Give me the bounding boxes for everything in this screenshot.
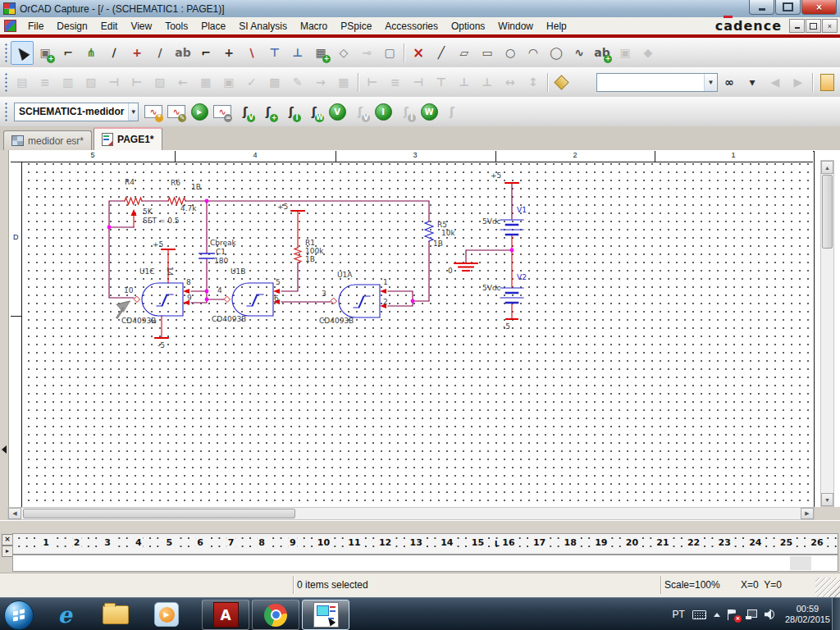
tab-page1[interactable]: PAGE1* [94, 127, 162, 150]
close-icon[interactable]: × [2, 534, 13, 546]
voltage-probe-icon[interactable]: ʃV [234, 100, 257, 124]
schematic-label[interactable]: 10 [124, 286, 133, 294]
schematic-label[interactable]: 7 [148, 319, 157, 324]
schematic-label[interactable]: V1 [517, 206, 527, 214]
simulation-profile-combobox[interactable]: SCHEMATIC1-medidor ▼ [14, 103, 139, 121]
tab-medidor-esr[interactable]: medidor esr* [3, 130, 92, 150]
schematic-canvas[interactable]: 54321 D [0, 150, 840, 507]
view-simulation-results-icon[interactable]: ∿∞ [211, 100, 234, 124]
vertical-scroll-thumb[interactable] [822, 175, 833, 249]
place-ground-icon[interactable]: ⊥ [286, 41, 309, 65]
horizontal-scrollbar[interactable]: ◀ ▶ [7, 507, 815, 520]
scroll-left-button[interactable]: ◀ [8, 508, 21, 519]
keyboard-icon[interactable] [692, 610, 706, 619]
place-netgroup-icon[interactable]: ⋔ [80, 41, 103, 65]
find-binoculars-icon[interactable]: ∞ [718, 71, 741, 94]
run-pspice-icon[interactable]: ▶ [188, 100, 211, 124]
command-bar[interactable] [12, 555, 838, 572]
schematic-label[interactable]: 14 [166, 267, 174, 276]
schematic-label[interactable]: 1 [383, 278, 388, 286]
schematic-label[interactable]: +5 [153, 240, 163, 249]
schematic-label[interactable]: -5 [158, 341, 165, 349]
schematic-label[interactable]: +5 [491, 171, 501, 180]
select-circle-icon[interactable]: ◯ [545, 41, 568, 65]
schematic-label[interactable]: 4.7k [180, 204, 197, 212]
schematic-label[interactable]: 5 [276, 278, 281, 286]
schematic-label[interactable]: R1 [305, 239, 315, 247]
voltage-differential-probe-icon[interactable]: ʃ+ [257, 100, 280, 124]
schematic-label[interactable]: Cbreak [210, 239, 236, 247]
menu-design[interactable]: Design [50, 19, 94, 34]
taskbar-media-player[interactable]: ▶ [153, 601, 180, 628]
schematic-label[interactable]: 100k [305, 247, 323, 255]
place-part-icon[interactable]: ▣+ [34, 41, 57, 65]
menu-help[interactable]: Help [540, 19, 573, 34]
show-hidden-icons[interactable] [714, 613, 720, 617]
menu-place[interactable]: Place [194, 19, 232, 34]
schematic-label[interactable]: 1B [433, 240, 443, 248]
schematic-label[interactable]: CD4093B [319, 317, 354, 325]
place-wire-icon[interactable]: ⌐ [57, 41, 80, 65]
place-bus-entry-icon[interactable]: / [148, 41, 171, 65]
taskbar-chrome[interactable] [252, 600, 299, 630]
toolbar-grip[interactable] [4, 43, 8, 62]
schematic-label[interactable]: V2 [517, 273, 527, 281]
place-tag-icon[interactable] [550, 71, 573, 94]
enable-bias-current-display-icon[interactable]: I [372, 100, 395, 124]
place-junction-icon[interactable]: + [126, 41, 148, 65]
find-combobox[interactable]: ▼ [596, 73, 718, 92]
scroll-down-button[interactable]: ▼ [821, 493, 833, 506]
network-icon[interactable] [746, 609, 757, 619]
place-wire-thick-icon[interactable]: ⌐ [194, 41, 217, 65]
power-probe-icon[interactable]: ʃW [303, 100, 326, 124]
schematic-label[interactable]: 2 [383, 298, 388, 306]
volume-icon[interactable] [765, 609, 774, 619]
place-hierarchical-port-icon[interactable]: ▢ [378, 41, 401, 65]
current-probe-icon[interactable]: ʃI [280, 100, 303, 124]
schematic-label[interactable]: R4 [125, 178, 135, 186]
taskbar-adobe-reader[interactable]: A [202, 600, 249, 630]
chevron-down-icon[interactable]: ▼ [128, 103, 138, 121]
schematic-label[interactable]: 5Vdc [482, 284, 501, 292]
close-button[interactable]: × [801, 0, 837, 15]
menu-options[interactable]: Options [445, 19, 491, 34]
taskbar-windows-explorer[interactable] [102, 601, 130, 628]
select-tool-icon[interactable] [11, 41, 34, 65]
chevron-down-icon[interactable]: ▼ [704, 74, 717, 91]
new-simulation-profile-icon[interactable]: ∿* [142, 100, 165, 124]
schematic-label[interactable]: 4 [217, 286, 222, 294]
splitter-arrow-icon[interactable] [2, 445, 7, 454]
scroll-up-button[interactable]: ▲ [821, 161, 833, 174]
schematic-label[interactable]: 6 [274, 294, 279, 303]
title-bar[interactable]: OrCAD Capture - [/ - (SCHEMATIC1 : PAGE1… [0, 0, 840, 18]
enable-bias-voltage-display-icon[interactable]: V [326, 100, 349, 124]
enable-bias-power-display-icon[interactable]: W [418, 100, 441, 124]
schematic-label[interactable]: CD4093B [212, 315, 246, 323]
schematic-label[interactable]: 1B [305, 255, 315, 263]
restore-button[interactable] [775, 0, 801, 15]
taskbar-internet-explorer[interactable]: e [51, 601, 79, 628]
schematic-label[interactable]: 1B [191, 183, 201, 191]
schematic-label[interactable]: R6 [171, 179, 180, 187]
select-polyline-icon[interactable]: ▱ [453, 41, 476, 65]
place-power-icon[interactable]: ⊤ [263, 41, 286, 65]
select-rectangle-icon[interactable]: ▭ [476, 41, 499, 65]
menu-window[interactable]: Window [491, 19, 540, 34]
schematic-label[interactable]: U1B [231, 267, 246, 276]
place-no-connect-icon[interactable]: \ [240, 41, 263, 65]
schematic-label[interactable]: +5 [277, 203, 288, 211]
mdi-restore-button[interactable] [806, 19, 821, 33]
menu-tools[interactable]: Tools [158, 19, 194, 34]
pane-splitter[interactable] [0, 520, 840, 532]
schematic-label[interactable]: U1A [337, 271, 352, 279]
schematic-label[interactable]: U1C [139, 267, 155, 276]
place-net-alias-icon[interactable]: ab [171, 41, 194, 65]
horizontal-scroll-thumb[interactable] [23, 509, 295, 518]
vertical-scrollbar[interactable]: ▲ ▼ [820, 160, 834, 507]
resize-grip[interactable] [815, 578, 840, 597]
select-ellipse-icon[interactable]: ○ [499, 41, 522, 65]
delete-icon[interactable]: × [407, 41, 430, 65]
schematic-label[interactable]: 5K [143, 208, 153, 216]
schematic-label[interactable]: 0 [448, 267, 453, 275]
schematic-label[interactable]: 3 [322, 290, 326, 298]
